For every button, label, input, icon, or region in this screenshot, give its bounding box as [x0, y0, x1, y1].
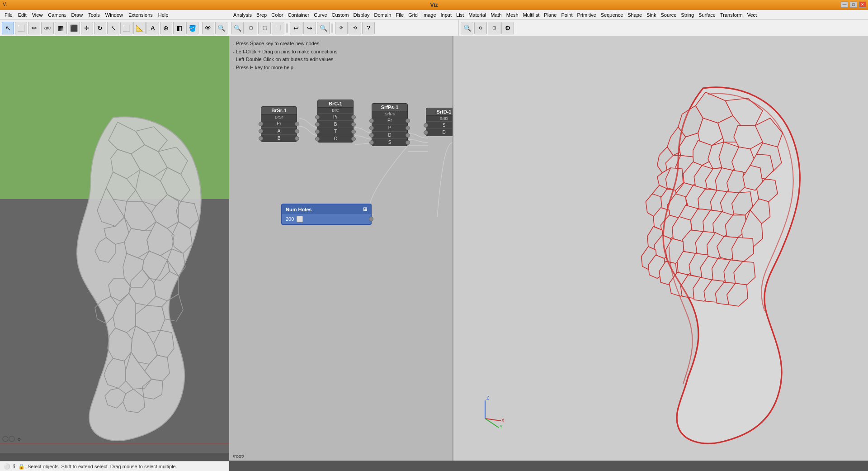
srfps-port-pr-out[interactable]: [406, 119, 410, 123]
viz-menu-input[interactable]: Input: [439, 11, 454, 19]
brc-node[interactable]: BrC-1 BrC Pr B T C: [317, 100, 354, 143]
viz-menu-display[interactable]: Display: [351, 11, 372, 19]
viz-menu-math[interactable]: Math: [488, 11, 504, 19]
brsr-port-pr[interactable]: Pr: [261, 120, 297, 128]
viz-find[interactable]: 🔍: [317, 22, 330, 34]
pencil-tool[interactable]: ✏: [28, 22, 40, 34]
menu-window[interactable]: Window: [103, 11, 126, 19]
arc-tool[interactable]: arc: [41, 22, 53, 34]
viz-menu-multilist[interactable]: Multilist: [521, 11, 542, 19]
menu-camera[interactable]: Camera: [45, 11, 68, 19]
viz-menu-custom[interactable]: Custom: [330, 11, 351, 19]
brc-port-t-out[interactable]: [351, 129, 356, 134]
viz-3d-zoom-out[interactable]: ⊖: [474, 22, 487, 34]
viz-menu-transform[interactable]: Transform: [718, 11, 745, 19]
menu-edit[interactable]: Edit: [15, 11, 29, 19]
paint-tool[interactable]: 🪣: [186, 22, 198, 34]
search-tool[interactable]: 🔍: [215, 22, 227, 34]
eye-tool[interactable]: 👁: [202, 22, 214, 34]
move-tool[interactable]: ✛: [81, 22, 93, 34]
offset-tool[interactable]: ⬜: [120, 22, 132, 34]
brc-port-c[interactable]: C: [318, 135, 353, 142]
menu-file[interactable]: File: [2, 11, 15, 19]
brsr-port-pr-out[interactable]: [295, 122, 299, 126]
num-holes-icon[interactable]: ⊞: [363, 206, 367, 212]
viz-menu-sink[interactable]: Sink: [644, 11, 658, 19]
eraser-tool[interactable]: ⬜: [15, 22, 27, 34]
viz-menu-point[interactable]: Point: [559, 11, 575, 19]
srfps-port-s-in[interactable]: [369, 140, 374, 145]
minimize-button[interactable]: —: [841, 1, 848, 8]
srfd-node[interactable]: SrfD-1 SrfD S D: [426, 108, 453, 136]
viz-redo[interactable]: ↪: [303, 22, 316, 34]
viz-menu-color[interactable]: Color: [269, 11, 285, 19]
num-holes-value[interactable]: 200: [286, 216, 294, 222]
brsr-port-b-out[interactable]: [295, 136, 299, 141]
srfps-port-pr-in[interactable]: [369, 119, 374, 123]
viz-zoom-capture[interactable]: ⬜: [272, 22, 284, 34]
srfps-port-pr[interactable]: Pr: [372, 117, 407, 124]
viz-3d-zoom-fit[interactable]: ⊡: [488, 22, 500, 34]
fill-tool[interactable]: ▦: [55, 22, 67, 34]
brsr-node[interactable]: BrSr-1 BrSr Pr A B: [261, 106, 297, 142]
srfps-port-p-out[interactable]: [406, 126, 410, 130]
push-pull-tool[interactable]: ⬛: [68, 22, 80, 34]
srfps-port-s[interactable]: S: [372, 139, 407, 146]
brc-port-b[interactable]: B: [318, 121, 353, 128]
viz-menu-image[interactable]: Image: [420, 11, 439, 19]
viz-menu-analysis[interactable]: Analysis: [231, 11, 254, 19]
brsr-port-b-in[interactable]: [259, 136, 263, 141]
rotate-tool[interactable]: ↻: [94, 22, 106, 34]
viz-menu-file[interactable]: File: [393, 11, 406, 19]
viz-help[interactable]: ?: [362, 22, 375, 34]
close-button[interactable]: ✕: [859, 1, 866, 8]
srfps-port-p-in[interactable]: [369, 126, 374, 130]
srfps-port-d-out[interactable]: [406, 133, 410, 138]
viz-menu-shape[interactable]: Shape: [625, 11, 644, 19]
viz-3d-zoom-in[interactable]: 🔍: [461, 22, 473, 34]
viz-menu-plane[interactable]: Plane: [542, 11, 559, 19]
viz-undo[interactable]: ↩: [290, 22, 302, 34]
viz-menu-sequence[interactable]: Sequence: [599, 11, 626, 19]
viz-menu-domain[interactable]: Domain: [372, 11, 394, 19]
srfps-port-d[interactable]: D: [372, 132, 407, 139]
axes-tool[interactable]: ⊕: [160, 22, 172, 34]
menu-extensions[interactable]: Extensions: [126, 11, 156, 19]
viz-menu-curve[interactable]: Curve: [311, 11, 329, 19]
viz-menu-mesh[interactable]: Mesh: [504, 11, 521, 19]
num-holes-output[interactable]: [369, 217, 373, 221]
brc-port-t[interactable]: T: [318, 128, 353, 135]
num-holes-slider[interactable]: [297, 216, 303, 222]
brc-port-t-in[interactable]: [315, 129, 320, 134]
viz-menu-container[interactable]: Container: [286, 11, 312, 19]
menu-help[interactable]: Help: [156, 11, 171, 19]
srfd-port-d-in[interactable]: [424, 130, 428, 135]
tape-tool[interactable]: 📐: [133, 22, 146, 34]
node-canvas[interactable]: - Press Space key to create new nodes - …: [229, 36, 453, 461]
menu-draw[interactable]: Draw: [68, 11, 85, 19]
srfps-port-p[interactable]: P: [372, 124, 407, 132]
brsr-port-b[interactable]: B: [261, 135, 297, 142]
viz-menu-grid[interactable]: Grid: [406, 11, 420, 19]
srfd-port-s-in[interactable]: [424, 123, 428, 128]
viz-menu-vect[interactable]: Vect: [745, 11, 759, 19]
viz-menu-brep[interactable]: Brep: [254, 11, 269, 19]
viz-menu-primitive[interactable]: Primitive: [575, 11, 599, 19]
srfps-port-s-out[interactable]: [406, 140, 410, 145]
brc-port-c-in[interactable]: [315, 137, 320, 141]
scale-tool[interactable]: ⤡: [107, 22, 119, 34]
menu-tools[interactable]: Tools: [85, 11, 103, 19]
viz-disconnect[interactable]: ⟲: [349, 22, 361, 34]
brsr-port-a-in[interactable]: [259, 129, 263, 133]
srfps-port-d-in[interactable]: [369, 133, 374, 138]
viz-menu-surface[interactable]: Surface: [696, 11, 718, 19]
section-tool[interactable]: ◧: [173, 22, 185, 34]
viz-connect[interactable]: ⟳: [335, 22, 348, 34]
srfps-node[interactable]: SrfPs-1 SrfPs Pr P D S: [372, 103, 408, 146]
viz-zoom-in[interactable]: 🔍: [231, 22, 244, 34]
maximize-button[interactable]: □: [850, 1, 857, 8]
brsr-port-pr-in[interactable]: [259, 122, 263, 126]
viz-menu-string[interactable]: String: [679, 11, 696, 19]
brc-port-b-out[interactable]: [351, 122, 356, 127]
viz-3d-settings[interactable]: ⚙: [501, 22, 514, 34]
